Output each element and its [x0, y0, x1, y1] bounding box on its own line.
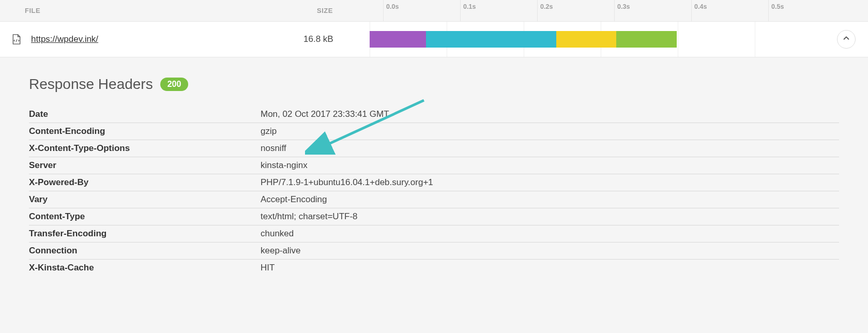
- timeline-tick-label: 0.4s: [694, 3, 707, 10]
- header-key: Date: [29, 109, 261, 119]
- header-row: DateMon, 02 Oct 2017 23:33:41 GMT: [29, 106, 839, 123]
- column-header-file: FILE: [25, 7, 317, 14]
- file-row[interactable]: https://wpdev.ink/ 16.8 kB: [0, 22, 868, 57]
- waterfall-segment: [370, 31, 426, 48]
- file-size-cell: 16.8 kB: [303, 34, 370, 44]
- header-key: Vary: [29, 194, 261, 205]
- file-url-link[interactable]: https://wpdev.ink/: [31, 34, 98, 44]
- timeline-tick-label: 0.3s: [617, 3, 630, 10]
- status-badge: 200: [160, 78, 189, 91]
- response-detail-panel: Response Headers 200 DateMon, 02 Oct 201…: [0, 57, 868, 286]
- header-row: Connectionkeep-alive: [29, 242, 839, 259]
- header-key: Connection: [29, 246, 261, 256]
- waterfall-cell: [370, 22, 857, 57]
- header-row: Serverkinsta-nginx: [29, 157, 839, 174]
- header-value: PHP/7.1.9-1+ubuntu16.04.1+deb.sury.org+1: [261, 177, 839, 188]
- timeline-header: 0.0s0.1s0.2s0.3s0.4s0.5s: [383, 0, 857, 21]
- header-row: VaryAccept-Encoding: [29, 191, 839, 208]
- header-value: nosniff: [261, 143, 839, 154]
- header-value: text/html; charset=UTF-8: [261, 211, 839, 222]
- header-row: Content-Encodinggzip: [29, 123, 839, 140]
- timeline-tick: 0.4s: [691, 0, 768, 21]
- header-row: X-Kinsta-CacheHIT: [29, 259, 839, 276]
- timeline-tick: 0.3s: [614, 0, 691, 21]
- timeline-tick: 0.1s: [460, 0, 537, 21]
- collapse-button[interactable]: [837, 30, 856, 49]
- header-key: Transfer-Encoding: [29, 229, 261, 239]
- header-key: Content-Type: [29, 211, 261, 222]
- header-key: X-Powered-By: [29, 177, 261, 188]
- response-headers-title: Response Headers: [29, 76, 153, 93]
- header-key: Content-Encoding: [29, 126, 261, 137]
- waterfall-segment: [616, 31, 677, 48]
- column-header-size: SIZE: [317, 7, 383, 14]
- timeline-tick-label: 0.2s: [540, 3, 553, 10]
- waterfall-segment: [426, 31, 556, 48]
- header-row: Transfer-Encodingchunked: [29, 225, 839, 242]
- header-key: Server: [29, 160, 261, 171]
- header-row: Content-Typetext/html; charset=UTF-8: [29, 208, 839, 225]
- timeline-tick: 0.5s: [768, 0, 845, 21]
- header-value: gzip: [261, 126, 839, 137]
- header-value: keep-alive: [261, 246, 839, 256]
- chevron-up-icon: [843, 35, 850, 44]
- header-row: X-Content-Type-Optionsnosniff: [29, 140, 839, 157]
- waterfall-segment: [556, 31, 616, 48]
- header-value: Accept-Encoding: [261, 194, 839, 205]
- header-value: HIT: [261, 263, 839, 273]
- header-value: chunked: [261, 229, 839, 239]
- timeline-tick-label: 0.0s: [386, 3, 399, 10]
- timeline-tick: 0.2s: [537, 0, 614, 21]
- waterfall-bar: [370, 31, 677, 48]
- file-url-cell: https://wpdev.ink/: [25, 34, 303, 44]
- timeline-tick: 0.0s: [383, 0, 460, 21]
- header-value: kinsta-nginx: [261, 160, 839, 171]
- timeline-tick-label: 0.1s: [463, 3, 476, 10]
- header-key: X-Kinsta-Cache: [29, 263, 261, 273]
- timeline-tick-label: 0.5s: [771, 3, 784, 10]
- header-row: X-Powered-ByPHP/7.1.9-1+ubuntu16.04.1+de…: [29, 174, 839, 191]
- header-value: Mon, 02 Oct 2017 23:33:41 GMT: [261, 109, 839, 119]
- response-headers-table: DateMon, 02 Oct 2017 23:33:41 GMTContent…: [29, 106, 839, 276]
- file-type-html-icon: [11, 34, 25, 45]
- table-header: FILE SIZE 0.0s0.1s0.2s0.3s0.4s0.5s: [0, 0, 868, 22]
- header-key: X-Content-Type-Options: [29, 143, 261, 154]
